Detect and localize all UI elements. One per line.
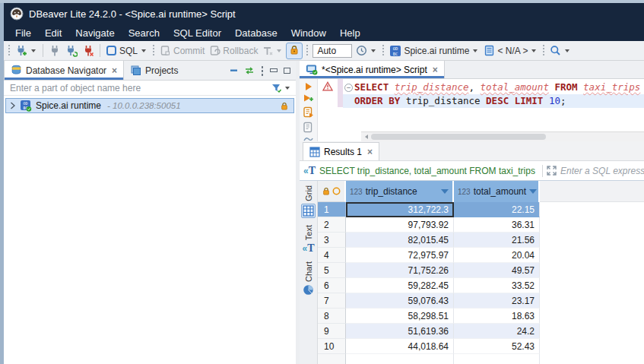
grid-presentation-icon[interactable] [301,204,316,218]
menu-item-file[interactable]: File [8,27,38,39]
disconnect-button[interactable] [80,43,97,59]
row-number[interactable]: 7 [318,293,346,309]
minimize-view-icon[interactable] [270,68,278,72]
cell-total-amount[interactable]: 33.52 [454,278,540,293]
link-with-editor-icon[interactable] [244,66,255,75]
cell-total-amount[interactable]: 18.63 [454,309,540,324]
cell-trip-distance[interactable]: 59,076.43 [346,293,454,309]
row-number[interactable]: 8 [318,309,346,324]
sql-editor-button[interactable]: SQL [103,43,150,58]
toolbar-drag-handle[interactable] [152,44,155,57]
editor-horizontal-scrollbar[interactable] [361,131,644,141]
cell-trip-distance[interactable]: 72,975.97 [346,248,454,263]
cell-total-amount[interactable]: 22.15 [454,202,540,217]
empty-cell[interactable] [454,354,540,364]
editor-code-area[interactable]: − SELECT trip_distance, total_amount FRO… [343,79,644,141]
connect-button[interactable] [46,43,63,59]
sort-descending-icon[interactable] [529,189,537,194]
row-number[interactable]: 3 [318,233,346,248]
scroll-left-button[interactable] [361,132,371,141]
tab-chart-label[interactable]: Chart [304,261,313,282]
tab-results-1[interactable]: Results 1 × [303,142,379,160]
empty-cell[interactable] [346,354,454,364]
toolbar-drag-handle[interactable] [382,44,385,57]
connection-tree-item[interactable]: ODBC Spice.ai runtime - 10.0.0.238:50051 [5,98,294,113]
fold-minus-icon[interactable]: − [344,84,353,92]
schema-selector[interactable]: < N/A > [481,43,540,58]
cell-total-amount[interactable]: 20.04 [454,248,540,263]
text-presentation-icon[interactable]: «T [302,242,314,255]
tab-sql-script[interactable]: *<Spice.ai runtime> Script × [300,61,445,78]
row-number[interactable]: 6 [318,278,346,293]
row-number[interactable]: 10 [318,339,346,354]
grid-corner-cell[interactable] [318,181,346,202]
menu-item-help[interactable]: Help [333,27,367,39]
cell-trip-distance[interactable]: 82,015.45 [346,233,454,248]
column-header-total-amount[interactable]: 123 total_amount [454,181,540,202]
cell-total-amount[interactable]: 23.17 [454,293,540,309]
menu-item-database[interactable]: Database [228,27,284,39]
scroll-thumb[interactable] [371,134,546,140]
row-number[interactable]: 9 [318,324,346,339]
sql-line-2[interactable]: ORDER BY trip_distance DESC LIMIT 10; [343,94,644,108]
grid-row-5[interactable]: 571,752.2649.57 [318,263,644,278]
rollback-button[interactable]: Rollback [207,43,260,58]
grid-row-3[interactable]: 382,015.4521.56 [318,233,644,248]
connection-selector[interactable]: ODBC Spice.ai runtime [387,43,481,59]
autocommit-lock-button[interactable] [286,43,303,59]
warning-icon[interactable] [322,81,333,91]
transaction-mode-button[interactable] [260,44,285,58]
dropdown-caret-icon[interactable] [285,87,290,90]
cell-total-amount[interactable]: 21.56 [454,233,540,248]
reconnect-button[interactable] [63,43,80,59]
tab-projects[interactable]: Projects [124,61,184,80]
tab-grid-label[interactable]: Grid [304,185,313,201]
chart-presentation-icon[interactable] [303,284,314,296]
maximize-view-icon[interactable] [284,68,290,74]
sort-descending-icon[interactable] [441,189,449,194]
execute-statement-button[interactable] [306,83,312,90]
expander-chevron-icon[interactable] [10,102,16,109]
cell-trip-distance[interactable]: 71,752.26 [346,263,454,278]
commit-button[interactable]: Commit [157,43,207,58]
toolbar-drag-handle[interactable] [8,44,11,57]
sql-line-1[interactable]: − SELECT trip_distance, total_amount FRO… [343,81,644,94]
cell-trip-distance[interactable]: 312,722.3 [346,202,454,217]
object-filter-input[interactable]: Enter a part of object name here [10,83,141,93]
grid-row-2[interactable]: 297,793.9236.31 [318,217,644,233]
commit-mode-combo[interactable]: Auto [312,44,352,58]
grid-row-6[interactable]: 659,282.4533.52 [318,278,644,293]
row-number[interactable]: 4 [318,248,346,263]
grid-row-10[interactable]: 1044,018.6452.43 [318,339,644,354]
cell-trip-distance[interactable]: 59,282.45 [346,278,454,293]
grid-row-7[interactable]: 759,076.4323.17 [318,293,644,309]
title-bar[interactable]: DBeaver Lite 24.2.0 - <Spice.ai runtime>… [4,3,644,24]
cell-total-amount[interactable]: 49.57 [454,263,540,278]
row-number[interactable]: 2 [318,217,346,233]
cell-total-amount[interactable]: 24.2 [454,324,540,339]
new-connection-button[interactable] [13,43,40,59]
close-icon[interactable]: × [433,65,438,75]
execute-script-button[interactable] [303,106,314,118]
grid-row-8[interactable]: 858,298.5118.63 [318,309,644,324]
row-number[interactable]: 5 [318,263,346,278]
cell-trip-distance[interactable]: 51,619.36 [346,324,454,339]
cell-total-amount[interactable]: 52.43 [454,339,540,354]
tab-database-navigator[interactable]: Database Navigator × [4,61,124,80]
menu-item-sql-editor[interactable]: SQL Editor [167,27,228,39]
toolbar-drag-handle[interactable] [542,44,545,57]
grid-row-9[interactable]: 951,619.3624.2 [318,324,644,339]
grid-row-4[interactable]: 472,975.9720.04 [318,248,644,263]
search-button[interactable] [547,43,573,58]
menu-item-edit[interactable]: Edit [38,27,68,39]
cell-trip-distance[interactable]: 97,793.92 [346,217,454,233]
view-menu-icon[interactable] [261,65,264,76]
row-number[interactable]: 1 [318,202,346,217]
execute-new-tab-button[interactable] [303,94,314,103]
cell-trip-distance[interactable]: 44,018.64 [346,339,454,354]
menu-item-window[interactable]: Window [284,27,333,39]
column-header-trip-distance[interactable]: 123 trip_distance [346,181,454,202]
expand-panel-icon[interactable] [547,166,557,176]
transaction-log-button[interactable] [354,43,379,58]
cell-trip-distance[interactable]: 58,298.51 [346,309,454,324]
